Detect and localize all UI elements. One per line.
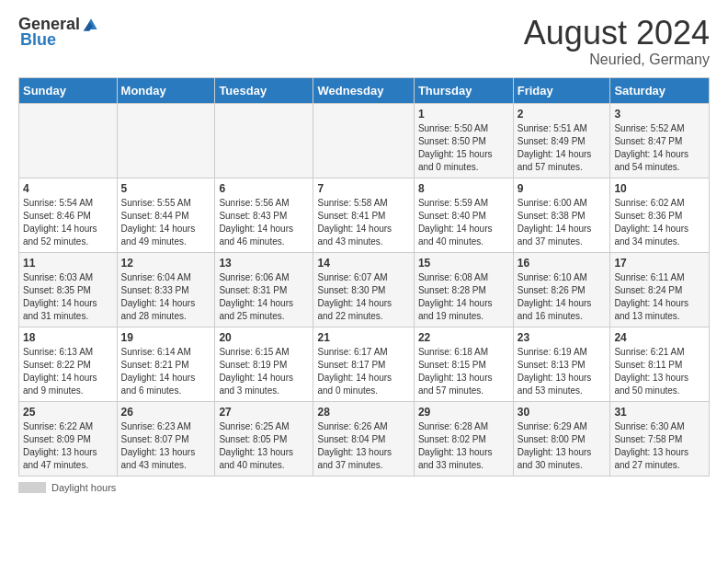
day-number: 28 xyxy=(317,406,409,419)
day-cell: 6Sunrise: 5:56 AM Sunset: 8:43 PM Daylig… xyxy=(215,178,313,252)
day-number: 5 xyxy=(121,182,211,195)
day-cell xyxy=(117,103,215,178)
day-info: Sunrise: 5:51 AM Sunset: 8:49 PM Dayligh… xyxy=(518,122,607,174)
logo: General Blue xyxy=(18,15,100,50)
day-cell: 21Sunrise: 6:17 AM Sunset: 8:17 PM Dayli… xyxy=(313,327,414,401)
day-cell: 26Sunrise: 6:23 AM Sunset: 8:07 PM Dayli… xyxy=(117,401,215,476)
day-number: 23 xyxy=(518,331,607,344)
day-number: 15 xyxy=(418,257,509,270)
day-number: 17 xyxy=(614,257,705,270)
day-cell: 24Sunrise: 6:21 AM Sunset: 8:11 PM Dayli… xyxy=(610,327,710,401)
day-cell: 17Sunrise: 6:11 AM Sunset: 8:24 PM Dayli… xyxy=(610,252,710,327)
week-row-5: 25Sunrise: 6:22 AM Sunset: 8:09 PM Dayli… xyxy=(19,401,710,476)
day-cell: 11Sunrise: 6:03 AM Sunset: 8:35 PM Dayli… xyxy=(19,252,118,327)
day-number: 25 xyxy=(23,406,113,419)
day-info: Sunrise: 6:06 AM Sunset: 8:31 PM Dayligh… xyxy=(219,271,309,323)
day-cell: 14Sunrise: 6:07 AM Sunset: 8:30 PM Dayli… xyxy=(313,252,414,327)
day-info: Sunrise: 6:03 AM Sunset: 8:35 PM Dayligh… xyxy=(23,271,113,323)
day-info: Sunrise: 5:54 AM Sunset: 8:46 PM Dayligh… xyxy=(23,197,113,248)
day-info: Sunrise: 5:50 AM Sunset: 8:50 PM Dayligh… xyxy=(418,122,509,174)
week-row-4: 18Sunrise: 6:13 AM Sunset: 8:22 PM Dayli… xyxy=(19,327,710,401)
page: General Blue August 2024 Neuried, German… xyxy=(0,0,728,502)
day-cell: 2Sunrise: 5:51 AM Sunset: 8:49 PM Daylig… xyxy=(513,103,610,178)
day-info: Sunrise: 6:10 AM Sunset: 8:26 PM Dayligh… xyxy=(518,271,607,323)
col-header-monday: Monday xyxy=(117,77,215,103)
day-cell: 16Sunrise: 6:10 AM Sunset: 8:26 PM Dayli… xyxy=(513,252,610,327)
month-year: August 2024 xyxy=(524,15,710,52)
day-cell: 15Sunrise: 6:08 AM Sunset: 8:28 PM Dayli… xyxy=(414,252,513,327)
day-info: Sunrise: 6:14 AM Sunset: 8:21 PM Dayligh… xyxy=(121,346,211,397)
day-number: 1 xyxy=(418,108,509,121)
day-number: 20 xyxy=(219,331,309,344)
footer-label: Daylight hours xyxy=(51,482,116,493)
day-info: Sunrise: 6:00 AM Sunset: 8:38 PM Dayligh… xyxy=(518,197,607,248)
day-cell: 10Sunrise: 6:02 AM Sunset: 8:36 PM Dayli… xyxy=(610,178,710,252)
day-number: 14 xyxy=(317,257,409,270)
day-number: 16 xyxy=(518,257,607,270)
day-cell xyxy=(313,103,414,178)
day-cell: 31Sunrise: 6:30 AM Sunset: 7:58 PM Dayli… xyxy=(610,401,710,476)
col-header-wednesday: Wednesday xyxy=(313,77,414,103)
day-cell: 4Sunrise: 5:54 AM Sunset: 8:46 PM Daylig… xyxy=(19,178,118,252)
day-info: Sunrise: 6:29 AM Sunset: 8:00 PM Dayligh… xyxy=(518,420,607,472)
day-cell: 25Sunrise: 6:22 AM Sunset: 8:09 PM Dayli… xyxy=(19,401,118,476)
header-row: SundayMondayTuesdayWednesdayThursdayFrid… xyxy=(19,77,710,103)
day-cell: 5Sunrise: 5:55 AM Sunset: 8:44 PM Daylig… xyxy=(117,178,215,252)
day-number: 11 xyxy=(23,257,113,270)
day-info: Sunrise: 6:18 AM Sunset: 8:15 PM Dayligh… xyxy=(418,346,509,397)
day-info: Sunrise: 6:08 AM Sunset: 8:28 PM Dayligh… xyxy=(418,271,509,323)
day-cell: 7Sunrise: 5:58 AM Sunset: 8:41 PM Daylig… xyxy=(313,178,414,252)
calendar-table: SundayMondayTuesdayWednesdayThursdayFrid… xyxy=(18,77,710,477)
logo-blue: Blue xyxy=(20,30,56,50)
day-cell: 27Sunrise: 6:25 AM Sunset: 8:05 PM Dayli… xyxy=(215,401,313,476)
day-cell: 9Sunrise: 6:00 AM Sunset: 8:38 PM Daylig… xyxy=(513,178,610,252)
day-info: Sunrise: 5:59 AM Sunset: 8:40 PM Dayligh… xyxy=(418,197,509,248)
day-info: Sunrise: 6:22 AM Sunset: 8:09 PM Dayligh… xyxy=(23,420,113,472)
day-info: Sunrise: 6:13 AM Sunset: 8:22 PM Dayligh… xyxy=(23,346,113,397)
week-row-2: 4Sunrise: 5:54 AM Sunset: 8:46 PM Daylig… xyxy=(19,178,710,252)
day-info: Sunrise: 6:11 AM Sunset: 8:24 PM Dayligh… xyxy=(614,271,705,323)
day-number: 12 xyxy=(121,257,211,270)
day-cell xyxy=(19,103,118,178)
week-row-1: 1Sunrise: 5:50 AM Sunset: 8:50 PM Daylig… xyxy=(19,103,710,178)
day-cell xyxy=(215,103,313,178)
col-header-friday: Friday xyxy=(513,77,610,103)
day-cell: 30Sunrise: 6:29 AM Sunset: 8:00 PM Dayli… xyxy=(513,401,610,476)
week-row-3: 11Sunrise: 6:03 AM Sunset: 8:35 PM Dayli… xyxy=(19,252,710,327)
day-cell: 8Sunrise: 5:59 AM Sunset: 8:40 PM Daylig… xyxy=(414,178,513,252)
col-header-tuesday: Tuesday xyxy=(215,77,313,103)
location: Neuried, Germany xyxy=(524,52,710,68)
day-number: 19 xyxy=(121,331,211,344)
day-number: 8 xyxy=(418,182,509,195)
day-info: Sunrise: 5:58 AM Sunset: 8:41 PM Dayligh… xyxy=(317,197,409,248)
day-number: 18 xyxy=(23,331,113,344)
day-number: 7 xyxy=(317,182,409,195)
day-number: 2 xyxy=(518,108,607,121)
day-number: 4 xyxy=(23,182,113,195)
col-header-sunday: Sunday xyxy=(19,77,118,103)
day-cell: 20Sunrise: 6:15 AM Sunset: 8:19 PM Dayli… xyxy=(215,327,313,401)
header: General Blue August 2024 Neuried, German… xyxy=(18,15,710,68)
day-info: Sunrise: 5:56 AM Sunset: 8:43 PM Dayligh… xyxy=(219,197,309,248)
day-number: 21 xyxy=(317,331,409,344)
day-info: Sunrise: 6:28 AM Sunset: 8:02 PM Dayligh… xyxy=(418,420,509,472)
day-number: 9 xyxy=(518,182,607,195)
day-info: Sunrise: 6:17 AM Sunset: 8:17 PM Dayligh… xyxy=(317,346,409,397)
day-info: Sunrise: 6:30 AM Sunset: 7:58 PM Dayligh… xyxy=(614,420,705,472)
day-cell: 29Sunrise: 6:28 AM Sunset: 8:02 PM Dayli… xyxy=(414,401,513,476)
day-number: 31 xyxy=(614,406,705,419)
day-number: 13 xyxy=(219,257,309,270)
day-info: Sunrise: 5:55 AM Sunset: 8:44 PM Dayligh… xyxy=(121,197,211,248)
day-info: Sunrise: 6:25 AM Sunset: 8:05 PM Dayligh… xyxy=(219,420,309,472)
title-block: August 2024 Neuried, Germany xyxy=(524,15,710,68)
day-cell: 3Sunrise: 5:52 AM Sunset: 8:47 PM Daylig… xyxy=(610,103,710,178)
day-info: Sunrise: 6:04 AM Sunset: 8:33 PM Dayligh… xyxy=(121,271,211,323)
day-number: 10 xyxy=(614,182,705,195)
day-info: Sunrise: 6:15 AM Sunset: 8:19 PM Dayligh… xyxy=(219,346,309,397)
day-cell: 23Sunrise: 6:19 AM Sunset: 8:13 PM Dayli… xyxy=(513,327,610,401)
day-number: 30 xyxy=(518,406,607,419)
day-cell: 13Sunrise: 6:06 AM Sunset: 8:31 PM Dayli… xyxy=(215,252,313,327)
day-info: Sunrise: 6:21 AM Sunset: 8:11 PM Dayligh… xyxy=(614,346,705,397)
day-info: Sunrise: 6:07 AM Sunset: 8:30 PM Dayligh… xyxy=(317,271,409,323)
day-info: Sunrise: 5:52 AM Sunset: 8:47 PM Dayligh… xyxy=(614,122,705,174)
